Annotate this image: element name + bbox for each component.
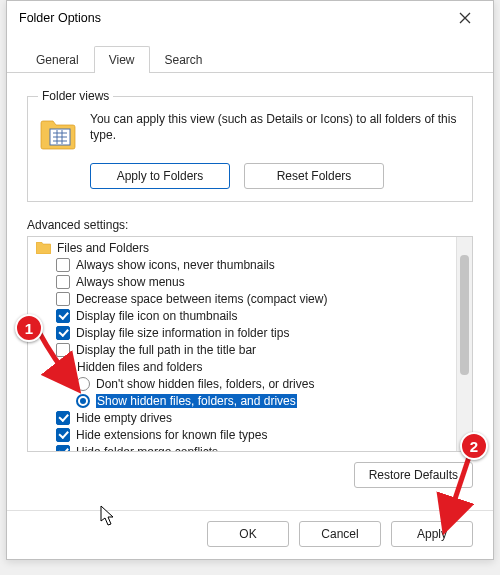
folder-views-legend: Folder views <box>38 89 113 103</box>
opt-hide-empty-drives[interactable]: Hide empty drives <box>34 409 456 426</box>
opt-full-path-title[interactable]: Display the full path in the title bar <box>34 341 456 358</box>
folder-icon <box>36 242 51 254</box>
radio-selected-icon <box>76 394 90 408</box>
opt-thumbnails-icons[interactable]: Always show icons, never thumbnails <box>34 256 456 273</box>
close-icon <box>459 12 471 24</box>
checkbox-icon <box>56 292 70 306</box>
opt-always-menus[interactable]: Always show menus <box>34 273 456 290</box>
checkbox-icon <box>56 343 70 357</box>
close-button[interactable] <box>443 3 487 33</box>
checkbox-icon <box>56 258 70 272</box>
opt-file-icon-thumb[interactable]: Display file icon on thumbnails <box>34 307 456 324</box>
tree-root-files-folders[interactable]: Files and Folders <box>34 239 456 256</box>
tab-content: Folder views You can apply this view (su… <box>7 73 493 510</box>
annotation-badge-2: 2 <box>460 432 488 460</box>
checkbox-checked-icon <box>56 309 70 323</box>
folder-views-group: Folder views You can apply this view (su… <box>27 89 473 202</box>
folder-icon <box>56 361 71 373</box>
tab-search[interactable]: Search <box>150 46 218 73</box>
restore-defaults-button[interactable]: Restore Defaults <box>354 462 473 488</box>
folder-views-description: You can apply this view (such as Details… <box>90 109 462 143</box>
group-hidden-files[interactable]: Hidden files and folders <box>34 358 456 375</box>
cancel-button[interactable]: Cancel <box>299 521 381 547</box>
annotation-badge-1: 1 <box>15 314 43 342</box>
tab-strip: General View Search <box>7 35 493 73</box>
checkbox-checked-icon <box>56 411 70 425</box>
reset-folders-button[interactable]: Reset Folders <box>244 163 384 189</box>
folder-views-icon <box>38 113 78 153</box>
tab-general[interactable]: General <box>21 46 94 73</box>
checkbox-checked-icon <box>56 445 70 452</box>
checkbox-checked-icon <box>56 428 70 442</box>
opt-hide-merge-conflicts[interactable]: Hide folder merge conflicts <box>34 443 456 451</box>
dialog-footer: OK Cancel Apply <box>7 510 493 559</box>
opt-folder-tips[interactable]: Display file size information in folder … <box>34 324 456 341</box>
ok-button[interactable]: OK <box>207 521 289 547</box>
advanced-settings-label: Advanced settings: <box>27 218 473 232</box>
radio-icon <box>76 377 90 391</box>
tree-scrollbar[interactable] <box>456 237 472 451</box>
opt-hidden-show[interactable]: Show hidden files, folders, and drives <box>34 392 456 409</box>
apply-to-folders-button[interactable]: Apply to Folders <box>90 163 230 189</box>
opt-hide-extensions[interactable]: Hide extensions for known file types <box>34 426 456 443</box>
folder-options-window: Folder Options General View Search Folde… <box>6 0 494 560</box>
checkbox-checked-icon <box>56 326 70 340</box>
opt-compact-view[interactable]: Decrease space between items (compact vi… <box>34 290 456 307</box>
opt-hidden-dont-show[interactable]: Don't show hidden files, folders, or dri… <box>34 375 456 392</box>
tab-view[interactable]: View <box>94 46 150 73</box>
advanced-settings-tree: Files and Folders Always show icons, nev… <box>27 236 473 452</box>
apply-button[interactable]: Apply <box>391 521 473 547</box>
titlebar: Folder Options <box>7 1 493 35</box>
checkbox-icon <box>56 275 70 289</box>
window-title: Folder Options <box>19 11 101 25</box>
scroll-thumb[interactable] <box>460 255 469 375</box>
